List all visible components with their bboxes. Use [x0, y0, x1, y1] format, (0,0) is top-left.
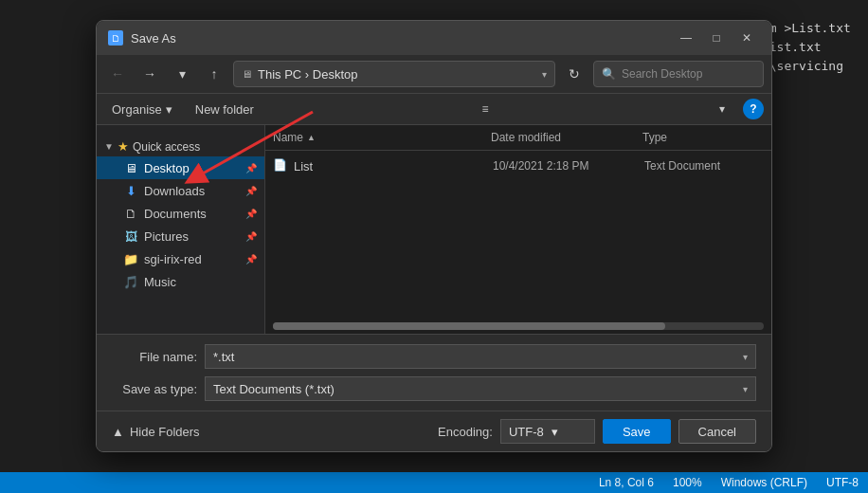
line-ending: Windows (CRLF) — [721, 476, 807, 489]
sidebar-item-sgi-label: sgi-irix-red — [144, 252, 202, 266]
save-button[interactable]: Save — [603, 419, 671, 444]
name-sort-arrow: ▲ — [307, 133, 316, 142]
quick-access-label: Quick access — [133, 140, 200, 154]
files-column-headers: Name ▲ Date modified Type — [265, 125, 771, 151]
statusbar-info: Ln 8, Col 6 100% Windows (CRLF) UTF-8 — [599, 476, 859, 489]
status-bar: Ln 8, Col 6 100% Windows (CRLF) UTF-8 — [0, 472, 868, 493]
search-placeholder-text: Search Desktop — [622, 67, 702, 81]
downloads-pin-icon: 📌 — [245, 186, 257, 196]
search-bar[interactable]: 🔍 Search Desktop — [593, 61, 764, 87]
sgi-folder-icon: 📁 — [123, 251, 138, 266]
save-form: File name: *.txt ▾ Save as type: Text Do… — [97, 334, 771, 411]
filename-label: File name: — [112, 350, 197, 364]
encoding-dropdown-arrow: ▾ — [552, 425, 558, 439]
encoding-value: UTF-8 — [509, 425, 544, 439]
cancel-button[interactable]: Cancel — [678, 419, 756, 444]
sidebar-item-documents[interactable]: 🗋 Documents 📌 — [97, 202, 264, 225]
sidebar-item-desktop[interactable]: 🖥 Desktop 📌 — [97, 156, 264, 179]
sidebar-item-documents-label: Documents — [144, 207, 207, 221]
address-bar-icon: 🖥 — [242, 68, 252, 80]
horizontal-scrollbar[interactable] — [273, 322, 764, 330]
new-folder-label: New folder — [195, 102, 254, 117]
date-column-header[interactable]: Date modified — [491, 131, 642, 144]
sidebar-item-desktop-label: Desktop — [144, 161, 190, 175]
desktop-icon: 🖥 — [123, 160, 138, 175]
view-dropdown-button[interactable]: ▾ — [709, 98, 735, 120]
filename-value: *.txt — [213, 350, 743, 364]
files-list: 📄 List 10/4/2021 2:18 PM Text Document — [265, 151, 771, 319]
file-list-area: Name ▲ Date modified Type 📄 List 10/4/20… — [265, 125, 771, 334]
organise-button[interactable]: Organise ▾ — [104, 99, 180, 120]
quick-access-chevron: ▼ — [104, 141, 114, 152]
type-column-header[interactable]: Type — [642, 131, 764, 144]
encoding-select[interactable]: UTF-8 ▾ — [500, 419, 595, 444]
sgi-pin-icon: 📌 — [245, 254, 257, 265]
filetype-value: Text Documents (*.txt) — [213, 382, 743, 396]
dialog-title: Save As — [131, 31, 665, 46]
file-icon: 📄 — [273, 158, 288, 173]
quick-access-star-icon: ★ — [118, 139, 129, 154]
downloads-icon: ⬇ — [123, 183, 138, 198]
sidebar-item-downloads[interactable]: ⬇ Downloads 📌 — [97, 179, 264, 202]
sidebar-item-music[interactable]: 🎵 Music — [97, 270, 264, 293]
sidebar-item-music-label: Music — [144, 275, 176, 289]
filename-dropdown-arrow: ▾ — [743, 352, 748, 362]
save-as-dialog: 🗋 Save As — □ ✕ ← → ▾ ↑ 🖥 This PC › Desk… — [96, 20, 772, 452]
dialog-icon: 🗋 — [108, 30, 123, 46]
filetype-row: Save as type: Text Documents (*.txt) ▾ — [112, 376, 756, 401]
filetype-label: Save as type: — [112, 382, 197, 396]
sidebar-item-pictures-label: Pictures — [144, 229, 189, 244]
dialog-titlebar: 🗋 Save As — □ ✕ — [97, 21, 771, 55]
scrollbar-thumb — [273, 322, 665, 330]
dialog-main-area: ▼ ★ Quick access 🖥 Desktop 📌 ⬇ Downloads… — [97, 125, 771, 334]
zoom-level: 100% — [673, 476, 702, 489]
nav-toolbar: ← → ▾ ↑ 🖥 This PC › Desktop ▾ ↻ 🔍 Search… — [97, 55, 771, 94]
titlebar-controls: — □ ✕ — [673, 28, 760, 47]
sidebar-item-pictures[interactable]: 🖼 Pictures 📌 — [97, 225, 264, 247]
dialog-footer: ▲ Hide Folders Encoding: UTF-8 ▾ Save Ca… — [97, 411, 771, 451]
documents-pin-icon: 📌 — [245, 209, 257, 219]
name-column-header[interactable]: Name ▲ — [273, 131, 491, 144]
music-icon: 🎵 — [123, 274, 138, 289]
filetype-dropdown-arrow: ▾ — [743, 384, 748, 394]
hide-folders-button[interactable]: ▲ Hide Folders — [112, 425, 200, 439]
hide-folders-chevron: ▲ — [112, 425, 124, 439]
desktop-pin-icon: 📌 — [245, 163, 257, 173]
back-button[interactable]: ← — [104, 62, 131, 86]
filetype-input[interactable]: Text Documents (*.txt) ▾ — [205, 376, 756, 401]
new-folder-button[interactable]: New folder — [188, 99, 262, 120]
sidebar: ▼ ★ Quick access 🖥 Desktop 📌 ⬇ Downloads… — [97, 125, 265, 334]
pictures-pin-icon: 📌 — [245, 231, 257, 242]
address-bar-text: This PC › Desktop — [258, 67, 536, 82]
file-name-cell: List — [294, 159, 493, 173]
table-row[interactable]: 📄 List 10/4/2021 2:18 PM Text Document — [265, 155, 771, 177]
maximize-button[interactable]: □ — [703, 28, 730, 47]
filename-input[interactable]: *.txt ▾ — [205, 344, 756, 369]
hide-folders-label: Hide Folders — [130, 425, 200, 439]
documents-icon: 🗋 — [123, 206, 138, 221]
pictures-icon: 🖼 — [123, 228, 138, 244]
address-dropdown-arrow: ▾ — [542, 69, 547, 80]
sidebar-item-downloads-label: Downloads — [144, 184, 205, 198]
minimize-button[interactable]: — — [673, 28, 699, 47]
close-button[interactable]: ✕ — [733, 28, 760, 47]
quick-access-section: ▼ ★ Quick access 🖥 Desktop 📌 ⬇ Downloads… — [97, 133, 264, 297]
refresh-button[interactable]: ↻ — [561, 62, 588, 86]
address-bar[interactable]: 🖥 This PC › Desktop ▾ — [233, 61, 555, 87]
nav-dropdown-button[interactable]: ▾ — [169, 62, 195, 86]
up-button[interactable]: ↑ — [201, 62, 227, 86]
footer-actions: Encoding: UTF-8 ▾ Save Cancel — [438, 419, 756, 444]
forward-button[interactable]: → — [136, 62, 163, 86]
encoding-label: Encoding: — [438, 425, 493, 439]
sidebar-item-sgi[interactable]: 📁 sgi-irix-red 📌 — [97, 247, 264, 270]
help-button[interactable]: ? — [743, 99, 764, 119]
organise-dropdown-icon: ▾ — [166, 102, 172, 117]
search-icon: 🔍 — [602, 67, 616, 81]
file-encoding: UTF-8 — [826, 476, 859, 489]
organise-label: Organise — [112, 102, 162, 117]
quick-access-header[interactable]: ▼ ★ Quick access — [97, 137, 264, 156]
view-button[interactable]: ≡ — [472, 98, 498, 120]
file-date-cell: 10/4/2021 2:18 PM — [493, 159, 644, 173]
dialog-overlay: 🗋 Save As — □ ✕ ← → ▾ ↑ 🖥 This PC › Desk… — [0, 0, 868, 472]
cursor-position: Ln 8, Col 6 — [599, 476, 654, 489]
